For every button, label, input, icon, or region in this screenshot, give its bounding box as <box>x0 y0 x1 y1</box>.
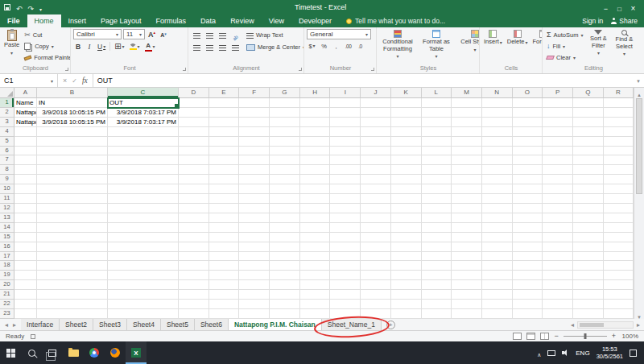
cell-k14[interactable] <box>391 223 422 233</box>
cell-p1[interactable] <box>543 98 573 108</box>
cell-p20[interactable] <box>543 280 573 290</box>
redo-icon[interactable] <box>28 1 35 14</box>
cell-c3[interactable]: 3/9/2018 7:03:17 PM <box>108 118 179 127</box>
cell-q2[interactable] <box>573 108 604 118</box>
cell-e1[interactable] <box>209 98 240 108</box>
taskbar-clock[interactable]: 15:53 30/5/2561 <box>597 345 623 361</box>
clear-button[interactable]: Clear <box>545 52 584 63</box>
cell-o13[interactable] <box>513 213 543 223</box>
cell-a21[interactable] <box>14 290 37 300</box>
cell-a5[interactable] <box>14 137 37 147</box>
cell-c9[interactable] <box>108 175 179 184</box>
cell-c18[interactable] <box>108 261 179 271</box>
cell-g6[interactable] <box>270 147 300 156</box>
cell-p19[interactable] <box>543 271 573 280</box>
enter-icon[interactable] <box>72 77 77 85</box>
previous-sheet-icon[interactable] <box>5 321 8 329</box>
cell-c23[interactable] <box>108 309 179 319</box>
cell-m7[interactable] <box>452 155 482 165</box>
cell-h5[interactable] <box>300 137 331 147</box>
column-header-r[interactable]: R <box>604 88 634 98</box>
cell-c14[interactable] <box>108 223 179 233</box>
cell-c7[interactable] <box>108 155 179 165</box>
cell-m8[interactable] <box>452 165 482 175</box>
cell-j6[interactable] <box>361 147 391 156</box>
column-header-k[interactable]: K <box>391 88 422 98</box>
cell-i5[interactable] <box>330 137 361 147</box>
cell-l15[interactable] <box>422 233 452 242</box>
cell-i13[interactable] <box>330 213 361 223</box>
cell-c19[interactable] <box>108 271 179 280</box>
cell-q12[interactable] <box>573 204 604 213</box>
cell-h12[interactable] <box>300 204 331 213</box>
sort-filter-button[interactable]: Sort & Filter <box>586 29 610 57</box>
cell-d7[interactable] <box>179 155 209 165</box>
cell-e5[interactable] <box>209 137 240 147</box>
cell-m19[interactable] <box>452 271 482 280</box>
cell-r22[interactable] <box>604 300 634 309</box>
row-header-1[interactable]: 1 <box>0 98 14 108</box>
cell-j20[interactable] <box>361 280 391 290</box>
row-header-8[interactable]: 8 <box>0 165 14 175</box>
cell-b13[interactable] <box>37 213 108 223</box>
save-icon[interactable] <box>4 4 10 10</box>
cell-q1[interactable] <box>573 98 604 108</box>
close-button[interactable] <box>626 1 640 14</box>
cell-q5[interactable] <box>573 137 604 147</box>
cell-o3[interactable] <box>513 118 543 127</box>
cell-l18[interactable] <box>422 261 452 271</box>
cell-n21[interactable] <box>482 290 513 300</box>
orientation-button[interactable] <box>229 30 241 40</box>
cell-o2[interactable] <box>513 108 543 118</box>
cell-i20[interactable] <box>330 280 361 290</box>
cell-k8[interactable] <box>391 165 422 175</box>
cell-d18[interactable] <box>179 261 209 271</box>
cell-r18[interactable] <box>604 261 634 271</box>
cell-p8[interactable] <box>543 165 573 175</box>
cell-j13[interactable] <box>361 213 391 223</box>
cell-d20[interactable] <box>179 280 209 290</box>
column-header-q[interactable]: Q <box>573 88 604 98</box>
cell-l23[interactable] <box>422 309 452 319</box>
cell-i2[interactable] <box>330 108 361 118</box>
cell-r16[interactable] <box>604 242 634 252</box>
cell-j23[interactable] <box>361 309 391 319</box>
share-button[interactable]: Share <box>611 17 638 25</box>
cell-c4[interactable] <box>108 127 179 137</box>
cell-e14[interactable] <box>209 223 240 233</box>
row-header-5[interactable]: 5 <box>0 137 14 147</box>
cell-n14[interactable] <box>482 223 513 233</box>
cell-o1[interactable] <box>513 98 543 108</box>
cell-n19[interactable] <box>482 271 513 280</box>
underline-button[interactable]: U <box>96 41 107 52</box>
cell-c20[interactable] <box>108 280 179 290</box>
cell-n4[interactable] <box>482 127 513 137</box>
cell-r6[interactable] <box>604 147 634 156</box>
row-header-18[interactable]: 18 <box>0 261 14 271</box>
cell-p4[interactable] <box>543 127 573 137</box>
cell-k13[interactable] <box>391 213 422 223</box>
sign-in-link[interactable]: Sign in <box>582 17 603 25</box>
cell-l16[interactable] <box>422 242 452 252</box>
cell-r17[interactable] <box>604 252 634 262</box>
merge-center-button[interactable]: Merge & Center <box>245 42 304 52</box>
cell-d14[interactable] <box>179 223 209 233</box>
cell-d8[interactable] <box>179 165 209 175</box>
cell-p23[interactable] <box>543 309 573 319</box>
cell-k3[interactable] <box>391 118 422 127</box>
cell-c22[interactable] <box>108 300 179 309</box>
row-header-16[interactable]: 16 <box>0 242 14 252</box>
taskbar-search-button[interactable] <box>21 341 42 364</box>
column-header-g[interactable]: G <box>270 88 300 98</box>
cell-a13[interactable] <box>14 213 37 223</box>
cell-i19[interactable] <box>330 271 361 280</box>
cell-g18[interactable] <box>270 261 300 271</box>
cell-g2[interactable] <box>270 108 300 118</box>
bottom-align-button[interactable] <box>217 30 228 40</box>
cell-f19[interactable] <box>239 271 270 280</box>
cell-j15[interactable] <box>361 233 391 242</box>
cell-e16[interactable] <box>209 242 240 252</box>
cell-h22[interactable] <box>300 300 331 309</box>
row-header-21[interactable]: 21 <box>0 290 14 300</box>
cell-o7[interactable] <box>513 155 543 165</box>
